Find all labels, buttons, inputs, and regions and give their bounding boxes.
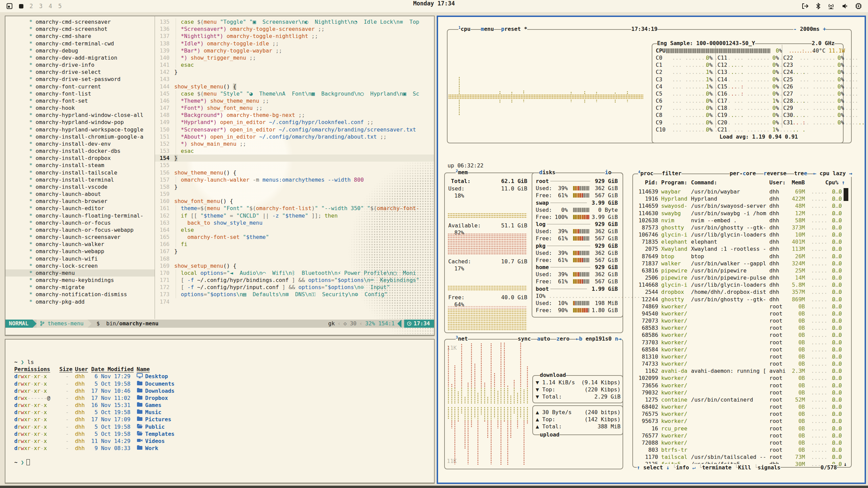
file-list-item[interactable]: *omarchy-launch-about bbox=[5, 190, 155, 198]
code-line[interactable]: 155 bbox=[155, 162, 434, 169]
file-list-item[interactable]: *omarchy-launch-screensaver bbox=[5, 233, 155, 241]
ls-row: drwxr-xr-x-dhh 6 Nov 17:29Desktop bbox=[14, 373, 421, 380]
file-list-item[interactable]: *omarchy-debug bbox=[5, 47, 155, 54]
hotspot-icon[interactable] bbox=[827, 3, 835, 9]
file-list-item[interactable]: *omarchy-install-chromium-google-a bbox=[5, 133, 155, 140]
code-line[interactable]: 165 omarchy-font-set "$theme" bbox=[155, 233, 434, 241]
core-pct: 1% bbox=[772, 126, 779, 133]
code-line[interactable]: 141 esac bbox=[155, 61, 434, 68]
file-name: omarchy-hyprland-workspace-toggle bbox=[36, 126, 143, 133]
code-line[interactable]: 149 *Hyprland*) open_in_editor ~/.config… bbox=[155, 119, 434, 126]
code-line[interactable]: 156show_theme_menu() { bbox=[155, 169, 434, 176]
screencast-icon[interactable] bbox=[802, 3, 809, 9]
mem-cached-value: 10.7 GiB bbox=[501, 258, 527, 265]
file-list-item[interactable]: *omarchy-migrate bbox=[5, 284, 155, 291]
code-line[interactable]: 158} bbox=[155, 183, 434, 190]
proc-scrollbar-thumb[interactable] bbox=[844, 188, 848, 201]
code-line[interactable]: 147 *Font*) show_font_menu ;; bbox=[155, 104, 434, 111]
btop-window[interactable]: 1cpumenupreset *17:34:19- 2000ms +Eng Sa… bbox=[437, 16, 866, 484]
code-line[interactable]: 148 *Background*) omarchy-theme-bg-next … bbox=[155, 111, 434, 119]
file-list-item[interactable]: *omarchy-menu bbox=[5, 269, 155, 277]
file-list-item[interactable]: *omarchy-launch-webapp bbox=[5, 248, 155, 255]
file-list-item[interactable]: *omarchy-menu-keybindings bbox=[5, 277, 155, 284]
file-list-item[interactable]: *omarchy-font-current bbox=[5, 83, 155, 90]
code-line[interactable]: 171 [ -f ~/.config/hypr/bindings.conf ] … bbox=[155, 277, 434, 284]
proc-pid: 114659 bbox=[638, 202, 658, 209]
file-list-item[interactable]: *omarchy-cmd-share bbox=[5, 33, 155, 40]
file-list-item[interactable]: *omarchy-drive-set-password bbox=[5, 76, 155, 83]
code-line[interactable]: 151 *About*) open_in_editor ~/.config/om… bbox=[155, 133, 434, 140]
code-line[interactable]: 146 *Theme*) show_theme_menu ;; bbox=[155, 97, 434, 104]
file-list-item[interactable]: *omarchy-install-tailscale bbox=[5, 169, 155, 176]
file-list-item[interactable]: *omarchy-notification-dismiss bbox=[5, 291, 155, 298]
file-list-item[interactable]: *omarchy-hyprland-window-close-all bbox=[5, 111, 155, 119]
code-line[interactable]: 159 bbox=[155, 190, 434, 198]
file-list-item[interactable]: *omarchy-hyprland-window-pop bbox=[5, 119, 155, 126]
code-line[interactable]: 163 back_to show_style_menu bbox=[155, 219, 434, 226]
core-pct: 0% bbox=[772, 83, 779, 90]
file-list-item[interactable]: *omarchy-font-list bbox=[5, 90, 155, 97]
code-line[interactable]: 168 bbox=[155, 255, 434, 262]
shell-prompt[interactable]: ~ ❯ bbox=[14, 459, 27, 466]
file-list-item[interactable]: *omarchy-install-dev-env bbox=[5, 140, 155, 147]
code-line[interactable]: 164 else bbox=[155, 226, 434, 233]
bluetooth-icon[interactable] bbox=[816, 3, 821, 9]
file-list-item[interactable]: *omarchy-cmd-screenshot bbox=[5, 25, 155, 33]
file-list-item[interactable]: *omarchy-launch-editor bbox=[5, 205, 155, 212]
file-list-item[interactable]: *omarchy-drive-select bbox=[5, 68, 155, 76]
code-line[interactable]: 172 [ -f ~/.config/hypr/input.conf ] && … bbox=[155, 284, 434, 291]
volume-icon[interactable] bbox=[842, 3, 848, 9]
code-line[interactable]: 144show_style_menu() { bbox=[155, 83, 434, 90]
file-list-item[interactable]: *omarchy-pkg-add bbox=[5, 298, 155, 305]
modified-marker: * bbox=[29, 183, 33, 190]
code-line[interactable]: 166 fi bbox=[155, 241, 434, 248]
proc-cpu: 0.0 bbox=[832, 453, 842, 461]
file-list-item[interactable]: *omarchy-launch-wifi bbox=[5, 255, 155, 262]
code-line[interactable]: 154} bbox=[155, 155, 434, 162]
file-list-item[interactable]: *omarchy-font-set bbox=[5, 97, 155, 104]
file-list-item[interactable]: *omarchy-cmd-screensaver bbox=[5, 18, 155, 25]
code-line[interactable]: 152 *) show_main_menu ;; bbox=[155, 140, 434, 147]
code-line[interactable]: 153 esac bbox=[155, 147, 434, 155]
code-line[interactable]: 136 *Screensaver*) omarchy-toggle-screen… bbox=[155, 25, 434, 33]
code-line[interactable]: 150 *Screensaver*) open_in_editor ~/.con… bbox=[155, 126, 434, 133]
shell-prompt[interactable]: ~ ❯ ls bbox=[14, 359, 34, 366]
file-list-item[interactable]: *omarchy-dev-add-migration bbox=[5, 54, 155, 61]
code-line[interactable]: 157 omarchy-launch-walker -m menus:omarc… bbox=[155, 176, 434, 183]
code-line[interactable]: 139 *Bar*) omarchy-toggle-waybar ;; bbox=[155, 47, 434, 54]
file-list-item[interactable]: *omarchy-launch-or-focus bbox=[5, 219, 155, 226]
disk-dash bbox=[550, 181, 590, 181]
file-list-item[interactable]: *omarchy-drive-info bbox=[5, 61, 155, 68]
file-list-item[interactable]: *omarchy-install-steam bbox=[5, 162, 155, 169]
code-line[interactable]: 140 *) show_trigger_menu ;; bbox=[155, 54, 434, 61]
code-line[interactable]: 167} bbox=[155, 248, 434, 255]
file-list-item[interactable]: *omarchy-launch-floating-terminal- bbox=[5, 212, 155, 219]
file-list-item[interactable]: *omarchy-install-vscode bbox=[5, 183, 155, 190]
file-list-item[interactable]: *omarchy-install-docker-dbs bbox=[5, 147, 155, 155]
code-line[interactable]: 145 case $(menu "Style" "◕ Theme\nA Font… bbox=[155, 90, 434, 97]
file-list-item[interactable]: *omarchy-launch-or-focus-webapp bbox=[5, 226, 155, 233]
code-line[interactable]: 174 bbox=[155, 298, 434, 305]
code-line[interactable]: 169show_setup_menu() { bbox=[155, 262, 434, 269]
code-line[interactable]: 142} bbox=[155, 68, 434, 76]
file-list-item[interactable]: *omarchy-launch-browser bbox=[5, 198, 155, 205]
code-line[interactable]: 143 bbox=[155, 76, 434, 83]
file-list-item[interactable]: *omarchy-install-terminal bbox=[5, 176, 155, 183]
file-list-item[interactable]: *omarchy-hyprland-workspace-toggle bbox=[5, 126, 155, 133]
code-line[interactable]: 173 options="$options\n▤ Defaults\n⊞ DNS… bbox=[155, 291, 434, 298]
code-line[interactable]: 162 if [[ "$theme" = "CNCLD" || -z "$the… bbox=[155, 212, 434, 219]
core-graph: ... ....... ...... bbox=[800, 111, 858, 119]
code-line[interactable]: 161 theme=$(menu "Font" "$(omarchy-font-… bbox=[155, 205, 434, 212]
code-line[interactable]: 137 *Nightlight*) omarchy-toggle-nightli… bbox=[155, 33, 434, 40]
file-list-item[interactable]: *omarchy-lock-screen bbox=[5, 262, 155, 269]
file-list-item[interactable]: *omarchy-launch-walker bbox=[5, 241, 155, 248]
chip-icon[interactable] bbox=[855, 3, 862, 9]
file-list-item[interactable]: *omarchy-hook bbox=[5, 104, 155, 111]
code-line[interactable]: 135 case $(menu "Toggle" "▣ Screensaver\… bbox=[155, 18, 434, 25]
file-list-item[interactable]: *omarchy-install-dropbox bbox=[5, 155, 155, 162]
code-line[interactable]: 138 *Idle*) omarchy-toggle-idle ;; bbox=[155, 40, 434, 47]
terminal-window[interactable]: ~ ❯ lsPermissionsSizeUserDate ModifiedNa… bbox=[5, 339, 435, 483]
code-line[interactable]: 160show_font_menu() { bbox=[155, 198, 434, 205]
file-list-item[interactable]: *omarchy-cmd-terminal-cwd bbox=[5, 40, 155, 47]
code-line[interactable]: 170 local options="◄ Audio\n⌒ Wifi\nᛒ Bl… bbox=[155, 269, 434, 277]
